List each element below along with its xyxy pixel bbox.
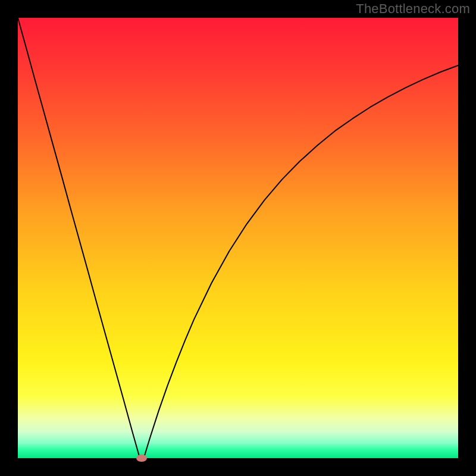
chart-frame: TheBottleneck.com	[0, 0, 476, 476]
watermark-label: TheBottleneck.com	[356, 1, 470, 17]
bottleneck-chart	[18, 18, 458, 458]
optimum-marker	[136, 455, 147, 462]
